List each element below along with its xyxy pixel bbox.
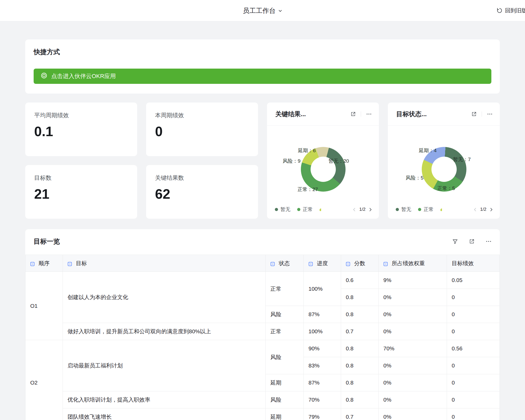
collapse-column-icon[interactable]	[68, 261, 72, 267]
table-row[interactable]: 做好入职培训，提升新员工和公司双向的满意度到80%以上正常100%0.70%0	[25, 323, 500, 340]
col-header-order: 顺序	[25, 255, 63, 272]
stat-label: 平均周期绩效	[34, 111, 128, 119]
donut-label: 正常：27	[297, 186, 318, 193]
weight-cell: 0%	[379, 408, 447, 420]
weight-cell: 0%	[379, 357, 447, 374]
weight-cell: 0%	[379, 323, 447, 340]
stat-card-avg-cycle-performance: 平均周期绩效 0.1	[25, 103, 137, 156]
table-row[interactable]: 团队绩效飞速增长延期79%0.70%0	[25, 408, 500, 420]
perf-cell: 0	[447, 323, 500, 340]
pager-next-icon[interactable]	[489, 207, 493, 212]
okr-app-banner-button[interactable]: 点击进入伙伴云OKR应用	[34, 69, 491, 84]
workspace-switcher[interactable]: 员工工作台	[243, 0, 282, 21]
progress-cell: 87%	[304, 374, 341, 391]
status-cell: 风险	[266, 391, 304, 408]
stat-card-objective-count: 目标数 21	[25, 165, 137, 219]
open-in-new-icon[interactable]	[350, 111, 356, 117]
open-in-new-icon[interactable]	[471, 111, 477, 117]
legend-item[interactable]: 暂无	[396, 206, 411, 213]
legend-dot	[418, 208, 421, 211]
progress-cell: 90%	[304, 340, 341, 357]
donut-label: 风险：5	[406, 175, 424, 181]
col-header-objective: 目标	[63, 255, 266, 272]
stat-value: 0	[155, 124, 249, 139]
objectives-table: 顺序 目标 状态 进度	[25, 255, 500, 420]
donut-label: 暂无：7	[453, 156, 471, 163]
legend-pager: 1/2	[473, 207, 493, 212]
status-cell: 正常	[266, 323, 304, 340]
progress-cell: 83%	[304, 357, 341, 374]
weight-cell: 9%	[379, 272, 447, 289]
divider	[482, 111, 482, 117]
score-cell: 0.8	[341, 306, 379, 323]
legend-item[interactable]: 正常	[297, 206, 313, 213]
stats-grid: 平均周期绩效 0.1 本周期绩效 0 目标数 21 关键结果数 62 关键结果.…	[25, 103, 500, 219]
col-header-objective-performance: 目标绩效	[447, 255, 500, 272]
score-cell: 0.8	[341, 357, 379, 374]
objective-cell: 做好入职培训，提升新员工和公司双向的满意度到80%以上	[63, 323, 266, 340]
top-bar: 员工工作台 回到旧版	[0, 0, 525, 21]
col-header-score: 分数	[341, 255, 379, 272]
col-label: 顺序	[39, 260, 50, 266]
pager-page-indicator: 1/2	[480, 207, 486, 212]
chart-legend: 暂无 正常 1/2	[267, 202, 379, 219]
workbench-content: 快捷方式 点击进入伙伴云OKR应用 平均周期绩效 0.1 本周期绩效 0 目标数…	[0, 39, 525, 420]
chevron-down-icon	[278, 7, 282, 14]
objectives-overview-card: 目标一览	[25, 229, 500, 420]
legend-item[interactable]: 暂无	[275, 206, 290, 213]
collapse-column-icon[interactable]	[308, 261, 313, 267]
table-row[interactable]: 优化入职培训计划，提高入职效率风险70%0.80%0	[25, 391, 500, 408]
okr-app-banner-label: 点击进入伙伴云OKR应用	[51, 72, 116, 80]
donut-chart-area: 延期：4 暂无：7 风险：5 正常：5	[388, 126, 500, 202]
perf-cell: 0	[447, 289, 500, 306]
col-label: 目标绩效	[452, 260, 474, 266]
score-cell: 0.7	[341, 408, 379, 420]
collapse-column-icon[interactable]	[270, 261, 275, 267]
pager-prev-icon[interactable]	[473, 207, 477, 212]
history-icon	[496, 7, 503, 14]
weight-cell: 70%	[379, 340, 447, 357]
filter-icon[interactable]	[452, 238, 458, 245]
progress-cell: 100%	[304, 272, 341, 306]
weight-cell: 0%	[379, 374, 447, 391]
legend-overflow-dot	[440, 208, 442, 211]
table-row[interactable]: O1创建以人为本的企业文化正常100%0.69%0.05	[25, 272, 500, 289]
collapse-column-icon[interactable]	[346, 261, 350, 267]
status-cell: 延期	[266, 374, 304, 391]
pager-next-icon[interactable]	[368, 207, 373, 212]
stat-card-current-cycle-performance: 本周期绩效 0	[146, 103, 258, 156]
back-to-old-label: 回到旧版	[505, 7, 525, 14]
chart-legend: 暂无 正常 1/2	[388, 202, 500, 219]
more-menu-icon[interactable]	[487, 111, 493, 117]
stat-label: 目标数	[34, 174, 128, 182]
pager-page-indicator: 1/2	[359, 207, 366, 212]
donut-label: 延期：4	[419, 147, 437, 154]
stat-value: 0.1	[34, 124, 128, 139]
more-menu-icon[interactable]	[485, 238, 492, 245]
perf-cell: 0	[447, 374, 500, 391]
legend-item[interactable]: 正常	[418, 206, 434, 213]
score-cell: 0.8	[341, 374, 379, 391]
table-row[interactable]: O2启动最新员工福利计划风险90%0.870%0.56	[25, 340, 500, 357]
open-in-new-icon[interactable]	[469, 238, 475, 244]
collapse-column-icon[interactable]	[30, 261, 35, 267]
status-cell: 风险	[266, 340, 304, 374]
donut-label: 风险：9	[283, 158, 301, 165]
donut-chart-area: 延期：6 暂无：20 风险：9 正常：27	[267, 126, 379, 202]
more-menu-icon[interactable]	[366, 111, 372, 117]
chart-title: 目标状态...	[396, 110, 471, 118]
objectives-title: 目标一览	[34, 237, 452, 246]
col-label: 进度	[317, 260, 328, 266]
legend-label: 暂无	[401, 206, 411, 213]
score-cell: 0.7	[341, 323, 379, 340]
perf-cell: 0	[447, 357, 500, 374]
back-to-old-version-button[interactable]: 回到旧版	[496, 0, 525, 21]
col-label: 目标	[76, 260, 87, 266]
perf-cell: 0.05	[447, 272, 500, 289]
perf-cell: 0.56	[447, 340, 500, 357]
pager-prev-icon[interactable]	[352, 207, 357, 212]
score-cell: 0.8	[341, 391, 379, 408]
collapse-column-icon[interactable]	[383, 261, 388, 267]
weight-cell: 0%	[379, 306, 447, 323]
perf-cell: 0	[447, 306, 500, 323]
